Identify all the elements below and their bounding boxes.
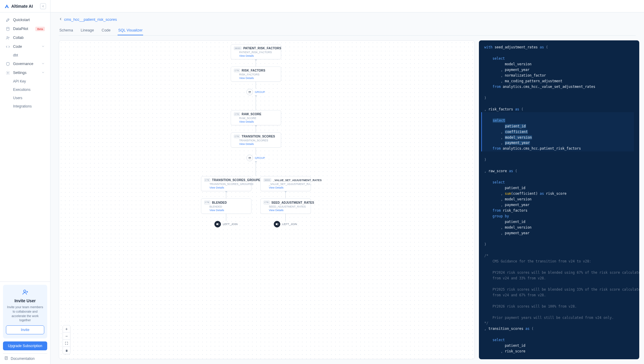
node-subtitle: RAW_SCORE bbox=[239, 117, 278, 120]
chevron-left-icon bbox=[59, 17, 62, 21]
invite-desc: Invite your team members to collaborate … bbox=[6, 305, 44, 322]
zoom-out-button[interactable]: − bbox=[63, 333, 70, 340]
sidebar-collapse-button[interactable] bbox=[40, 3, 46, 9]
nav-label: Executions bbox=[13, 88, 31, 92]
svg-point-1 bbox=[7, 27, 9, 28]
doc-label: Documentation bbox=[11, 357, 35, 361]
rocket-icon bbox=[5, 18, 10, 22]
zoom-in-button[interactable]: + bbox=[63, 325, 70, 333]
node-title: _VALUE_SET_ADJUSTMENT_RATES bbox=[273, 179, 322, 182]
document-icon bbox=[4, 356, 8, 361]
node-view-details[interactable]: View Details bbox=[269, 209, 308, 212]
code-icon bbox=[5, 44, 10, 49]
node-view-details[interactable]: View Details bbox=[210, 209, 248, 212]
svg-point-4 bbox=[7, 72, 8, 73]
lock-button[interactable] bbox=[63, 347, 70, 354]
join-icon bbox=[214, 221, 221, 227]
node-view-details[interactable]: View Details bbox=[239, 120, 278, 123]
node-patient-risk-factors[interactable]: SEEDPATIENT_RISK_FACTORS PATIENT_RISK_FA… bbox=[231, 44, 281, 59]
chevron-down-icon bbox=[41, 71, 45, 75]
nav-label: dbt bbox=[13, 53, 18, 57]
nav-label: DataPilot bbox=[13, 27, 28, 31]
edge bbox=[256, 95, 256, 110]
tab-sql-visualizer[interactable]: SQL Visualizer bbox=[118, 26, 143, 35]
brand-logo: Altimate AI bbox=[4, 4, 33, 9]
node-subtitle: TRANSITION_SCORES_GROUPED bbox=[210, 183, 248, 186]
page-header: cms_hcc__patient_risk_scores Schema Line… bbox=[50, 12, 644, 36]
node-transition-scores[interactable]: CTETRANSITION_SCORES TRANSITION_SCORES V… bbox=[231, 132, 281, 148]
sidebar-item-settings[interactable]: Settings bbox=[0, 68, 50, 77]
node-tag: SEED bbox=[264, 178, 271, 182]
back-button[interactable] bbox=[59, 17, 62, 22]
sidebar-item-apikey[interactable]: API Key bbox=[0, 77, 50, 86]
node-subtitle: RISK_FACTORS bbox=[239, 73, 278, 76]
node-view-details[interactable]: View Details bbox=[269, 186, 308, 189]
nav-label: Integrations bbox=[13, 104, 32, 108]
chevron-down-icon bbox=[41, 45, 45, 49]
topbar bbox=[50, 0, 644, 12]
node-tag: CTE bbox=[234, 113, 240, 116]
upgrade-button[interactable]: Upgrade Subscription bbox=[3, 341, 47, 350]
sidebar-nav: Quickstart DataPilot Beta Collab Code bbox=[0, 12, 50, 281]
gear-icon bbox=[5, 70, 10, 75]
edge bbox=[256, 148, 256, 155]
op-group-2: GROUP bbox=[246, 155, 265, 161]
sidebar-item-users[interactable]: Users bbox=[0, 94, 50, 102]
sql-code-panel[interactable]: with seed_adjustment_rates as ( select m… bbox=[479, 40, 639, 359]
sql-code: with seed_adjustment_rates as ( select m… bbox=[484, 45, 634, 354]
flow-canvas[interactable]: SEEDPATIENT_RISK_FACTORS PATIENT_RISK_FA… bbox=[59, 40, 475, 359]
node-value-set-adjustment-rates[interactable]: SEED_VALUE_SET_ADJUSTMENT_RATES _VALUE_S… bbox=[260, 176, 311, 191]
invite-user-icon bbox=[21, 289, 29, 297]
node-subtitle: TRANSITION_SCORES bbox=[239, 139, 278, 142]
logo-icon bbox=[4, 4, 10, 9]
canvas-controls: + − bbox=[63, 325, 70, 354]
svg-point-5 bbox=[23, 290, 26, 292]
node-view-details[interactable]: View Details bbox=[210, 186, 248, 189]
svg-point-10 bbox=[250, 157, 251, 158]
fit-view-button[interactable] bbox=[63, 340, 70, 347]
svg-point-2 bbox=[7, 37, 8, 38]
nav-label: Code bbox=[13, 45, 22, 49]
node-transition-scores-grouped[interactable]: CTETRANSITION_SCORES_GROUPED TRANSITION_… bbox=[201, 176, 251, 191]
sidebar-item-quickstart[interactable]: Quickstart bbox=[0, 15, 50, 24]
sidebar-item-dbt[interactable]: dbt bbox=[0, 51, 50, 59]
tab-code[interactable]: Code bbox=[101, 26, 111, 35]
sidebar-item-executions[interactable]: Executions bbox=[0, 86, 50, 94]
sidebar-item-governance[interactable]: Governance bbox=[0, 59, 50, 68]
node-view-details[interactable]: View Details bbox=[239, 77, 278, 80]
breadcrumb: cms_hcc__patient_risk_scores bbox=[59, 17, 636, 22]
node-subtitle: SEED_ADJUSTMENT_RATES bbox=[269, 205, 308, 208]
node-tag: CTE bbox=[234, 69, 240, 72]
sidebar-item-collab[interactable]: Collab bbox=[0, 33, 50, 42]
sidebar-item-integrations[interactable]: Integrations bbox=[0, 102, 50, 110]
svg-point-8 bbox=[250, 91, 251, 92]
sidebar-footer: Invite User Invite your team members to … bbox=[0, 281, 50, 364]
invite-card: Invite User Invite your team members to … bbox=[3, 285, 47, 338]
nav-label: Collab bbox=[13, 36, 23, 40]
documentation-link[interactable]: Documentation bbox=[3, 353, 47, 361]
invite-button[interactable]: Invite bbox=[6, 325, 44, 334]
node-tag: SEED bbox=[234, 47, 242, 50]
node-subtitle: PATIENT_RISK_FACTORS bbox=[239, 51, 278, 54]
node-risk-factors[interactable]: CTERISK_FACTORS RISK_FACTORS View Detail… bbox=[231, 67, 281, 82]
node-view-details[interactable]: View Details bbox=[239, 54, 278, 57]
node-blended[interactable]: CTEBLENDED BLENDED View Details bbox=[201, 198, 251, 213]
node-seed-adjustment-rates[interactable]: CTESEED_ADJUSTMENT_RATES SEED_ADJUSTMENT… bbox=[260, 198, 311, 213]
edge bbox=[256, 82, 256, 89]
sidebar: Altimate AI Quickstart DataPilot Beta bbox=[0, 0, 50, 364]
tab-schema[interactable]: Schema bbox=[59, 26, 74, 35]
beta-badge: Beta bbox=[35, 27, 45, 31]
sidebar-header: Altimate AI bbox=[0, 0, 50, 12]
invite-title: Invite User bbox=[6, 298, 44, 303]
node-raw-score[interactable]: CTERAW_SCORE RAW_SCORE View Details bbox=[231, 110, 281, 125]
node-subtitle: _VALUE_SET_ADJUSTMENT_RA.. bbox=[269, 183, 308, 186]
nav-label: Quickstart bbox=[13, 18, 30, 22]
tab-lineage[interactable]: Lineage bbox=[80, 26, 95, 35]
node-view-details[interactable]: View Details bbox=[239, 143, 278, 145]
workspace: SEEDPATIENT_RISK_FACTORS PATIENT_RISK_FA… bbox=[50, 36, 644, 364]
sidebar-item-code[interactable]: Code bbox=[0, 42, 50, 51]
svg-point-7 bbox=[249, 91, 250, 92]
sidebar-item-datapilot[interactable]: DataPilot Beta bbox=[0, 24, 50, 33]
edge bbox=[256, 161, 256, 176]
brand-name: Altimate AI bbox=[11, 4, 33, 9]
